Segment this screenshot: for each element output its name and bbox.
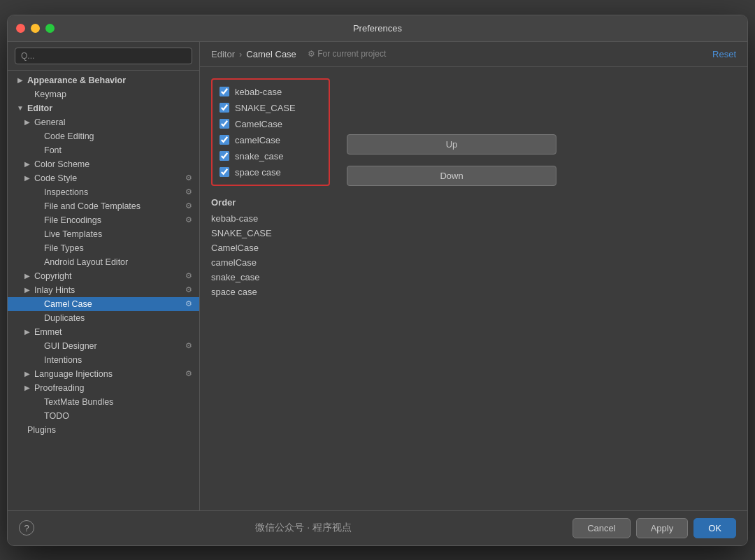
sidebar-item-inspections[interactable]: Inspections⚙: [8, 185, 199, 199]
sidebar-item-font[interactable]: Font: [8, 143, 199, 157]
sidebar-item-proofreading[interactable]: Proofreading: [8, 381, 199, 395]
settings-icon: ⚙: [184, 201, 194, 211]
chevron-right-icon: [23, 328, 31, 336]
sidebar-item-editor[interactable]: Editor: [8, 101, 199, 115]
checkbox-item-camel-case-upper: CamelCase: [220, 116, 322, 132]
checkbox-space-case[interactable]: [220, 167, 229, 177]
breadcrumb-current: Camel Case: [246, 49, 296, 59]
bottom-buttons: Cancel Apply OK: [573, 518, 736, 538]
sidebar-item-label: Code Editing: [44, 131, 94, 141]
settings-icon: ⚙: [184, 173, 194, 183]
order-list-item: camelCase: [211, 256, 330, 269]
chevron-right-icon: [23, 286, 31, 294]
sidebar-item-code-style[interactable]: Code Style⚙: [8, 171, 199, 185]
sidebar-item-file-types[interactable]: File Types: [8, 241, 199, 255]
sidebar-item-label: Plugins: [27, 425, 56, 435]
sidebar-item-label: Inspections: [44, 187, 88, 197]
checkbox-item-kebab-case: kebab-case: [220, 84, 322, 100]
checkbox-item-snake-case-lower: snake_case: [220, 148, 322, 164]
sidebar-item-copyright[interactable]: Copyright⚙: [8, 269, 199, 283]
checkbox-camel-case-lower[interactable]: [220, 135, 229, 145]
minimize-button[interactable]: [31, 24, 40, 33]
up-button[interactable]: Up: [347, 134, 556, 155]
sidebar-item-label: Editor: [27, 103, 52, 113]
checkbox-camel-case-upper[interactable]: [220, 119, 229, 129]
checkbox-list: kebab-caseSNAKE_CASECamelCasecamelCasesn…: [211, 78, 330, 186]
sidebar-item-general[interactable]: General: [8, 115, 199, 129]
chevron-right-icon: [23, 370, 31, 378]
sidebar-item-label: Emmet: [34, 327, 62, 337]
sidebar-item-textmate-bundles[interactable]: TextMate Bundles: [8, 395, 199, 409]
sidebar-item-code-editing[interactable]: Code Editing: [8, 129, 199, 143]
breadcrumb-arrow: ›: [239, 49, 242, 59]
right-section: Up Down: [347, 78, 556, 499]
left-section: kebab-caseSNAKE_CASECamelCasecamelCasesn…: [211, 78, 330, 499]
order-list-item: CamelCase: [211, 241, 330, 254]
sidebar-item-label: TextMate Bundles: [44, 397, 113, 407]
order-list: kebab-caseSNAKE_CASECamelCasecamelCasesn…: [211, 212, 330, 299]
preferences-window: Preferences Appearance & BehaviorKeymapE…: [7, 15, 748, 546]
sidebar-tree: Appearance & BehaviorKeymapEditorGeneral…: [8, 71, 199, 510]
checkbox-label: SNAKE_CASE: [235, 103, 296, 113]
sidebar-item-label: Intentions: [44, 355, 82, 365]
sidebar-item-label: General: [34, 117, 65, 127]
sidebar-item-label: Android Layout Editor: [44, 257, 128, 267]
content-area: Appearance & BehaviorKeymapEditorGeneral…: [8, 42, 747, 510]
sidebar-item-label: Camel Case: [44, 299, 92, 309]
sidebar-item-plugins[interactable]: Plugins: [8, 423, 199, 437]
checkbox-label: kebab-case: [235, 87, 282, 97]
sidebar-item-android-layout-editor[interactable]: Android Layout Editor: [8, 255, 199, 269]
settings-icon: ⚙: [184, 299, 194, 309]
checkbox-snake-case-lower[interactable]: [220, 151, 229, 161]
sidebar-item-label: Proofreading: [34, 383, 85, 393]
sidebar-item-inlay-hints[interactable]: Inlay Hints⚙: [8, 283, 199, 297]
chevron-right-icon: [23, 272, 31, 280]
search-input[interactable]: [15, 48, 192, 64]
sidebar-item-appearance-behavior[interactable]: Appearance & Behavior: [8, 73, 199, 87]
sidebar-item-file-and-code-templates[interactable]: File and Code Templates⚙: [8, 199, 199, 213]
sidebar-item-label: Duplicates: [44, 313, 85, 323]
checkbox-snake-case-upper[interactable]: [220, 103, 229, 113]
sidebar-item-duplicates[interactable]: Duplicates: [8, 311, 199, 325]
sidebar-item-file-encodings[interactable]: File Encodings⚙: [8, 213, 199, 227]
for-current-project: ⚙ For current project: [308, 49, 386, 59]
sidebar-item-intentions[interactable]: Intentions: [8, 353, 199, 367]
ok-button[interactable]: OK: [693, 518, 736, 538]
checkbox-label: snake_case: [235, 151, 283, 161]
maximize-button[interactable]: [45, 24, 55, 33]
chevron-right-icon: [23, 174, 31, 182]
apply-button[interactable]: Apply: [636, 518, 689, 538]
main-panel: Editor › Camel Case ⚙ For current projec…: [200, 42, 747, 510]
close-button[interactable]: [16, 24, 25, 33]
sidebar-item-emmet[interactable]: Emmet: [8, 325, 199, 339]
search-box: [8, 42, 199, 71]
sidebar-item-language-injections[interactable]: Language Injections⚙: [8, 367, 199, 381]
sidebar-item-label: GUI Designer: [44, 341, 97, 351]
sidebar-item-label: Code Style: [34, 173, 77, 183]
title-bar: Preferences: [8, 15, 747, 42]
sidebar-item-gui-designer[interactable]: GUI Designer⚙: [8, 339, 199, 353]
sidebar-item-todo[interactable]: TODO: [8, 409, 199, 423]
checkbox-kebab-case[interactable]: [220, 87, 229, 96]
settings-icon: ⚙: [184, 341, 194, 351]
sidebar-item-color-scheme[interactable]: Color Scheme: [8, 157, 199, 171]
reset-button[interactable]: Reset: [712, 49, 736, 59]
cancel-button[interactable]: Cancel: [573, 518, 630, 538]
sidebar-item-label: TODO: [44, 411, 69, 421]
sidebar-item-camel-case[interactable]: Camel Case⚙: [8, 297, 199, 311]
breadcrumb: Editor › Camel Case: [211, 49, 296, 59]
order-list-item: snake_case: [211, 271, 330, 284]
help-button[interactable]: ?: [19, 520, 34, 536]
sidebar-item-label: Keymap: [34, 89, 66, 99]
sidebar-item-label: Appearance & Behavior: [27, 76, 126, 85]
chevron-down-icon: [16, 104, 24, 113]
checkbox-item-space-case: space case: [220, 164, 322, 180]
sidebar-item-live-templates[interactable]: Live Templates: [8, 227, 199, 241]
sidebar-item-label: Language Injections: [34, 369, 113, 379]
down-button[interactable]: Down: [347, 166, 556, 186]
sidebar-item-keymap[interactable]: Keymap: [8, 87, 199, 101]
settings-icon: ⚙: [184, 369, 194, 379]
settings-icon: ⚙: [184, 271, 194, 281]
sidebar: Appearance & BehaviorKeymapEditorGeneral…: [8, 42, 200, 510]
settings-icon: ⚙: [184, 215, 194, 225]
